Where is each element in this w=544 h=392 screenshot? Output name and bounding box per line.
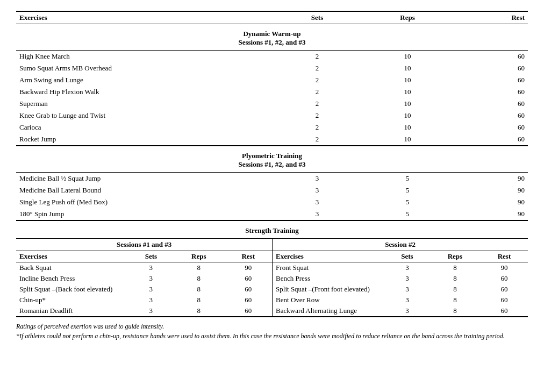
col-header: Exercises <box>16 251 128 262</box>
header-reps: Reps <box>347 11 468 24</box>
footnotes: Ratings of perceived exertion was used t… <box>16 322 528 341</box>
table-row: Incline Bench Press3860Bench Press3860 <box>16 273 528 284</box>
list-item: Knee Grab to Lunge and Twist 2 10 60 <box>16 110 528 122</box>
header-rest: Rest <box>468 11 528 24</box>
bottom-border-row <box>16 317 528 317</box>
col-header: Exercises <box>273 251 385 262</box>
list-item: Carioca 2 10 60 <box>16 122 528 133</box>
col-header: Rest <box>224 251 272 262</box>
table-row: Chin-up*3860Bent Over Row3860 <box>16 295 528 305</box>
col-header: Rest <box>481 251 528 262</box>
plyometric-sessions-row: Sessions #1, #2, and #3 <box>16 160 528 173</box>
list-item: Medicine Ball ½ Squat Jump 3 5 90 <box>16 173 528 184</box>
table-header: Exercises Sets Reps Rest <box>16 11 528 24</box>
header-exercises: Exercises <box>16 11 287 24</box>
col-header: Reps <box>173 251 224 262</box>
list-item: 180° Spin Jump 3 5 90 <box>16 208 528 220</box>
list-item: High Knee March 2 10 60 <box>16 51 528 62</box>
session13-label: Sessions #1 and #3 <box>16 239 273 251</box>
strength-section: Sessions #1 and #3Session #2ExercisesSet… <box>16 238 528 317</box>
table-row: Back Squat3890Front Squat3890 <box>16 262 528 274</box>
list-item: Backward Hip Flexion Walk 2 10 60 <box>16 86 528 98</box>
strength-sessions-header: Sessions #1 and #3Session #2 <box>16 239 528 251</box>
list-item: Arm Swing and Lunge 2 10 60 <box>16 74 528 86</box>
list-item: Superman 2 10 60 <box>16 98 528 110</box>
list-item: Sumo Squat Arms MB Overhead 2 10 60 <box>16 62 528 74</box>
list-item: Rocket Jump 2 10 60 <box>16 133 528 146</box>
plyometric-title-row: Plyometric Training <box>16 146 528 160</box>
table-row: Split Squat –(Back foot elevated)3860Spl… <box>16 284 528 295</box>
main-table: Exercises Sets Reps Rest Dynamic Warm-up… <box>16 11 528 238</box>
dynamic-warmup-sessions-row: Sessions #1, #2, and #3 <box>16 38 528 51</box>
col-header: Reps <box>430 251 481 262</box>
footnote-line1: Ratings of perceived exertion was used t… <box>16 322 528 331</box>
strength-outer-table: Sessions #1 and #3Session #2ExercisesSet… <box>16 238 528 317</box>
strength-title-row: Strength Training <box>16 220 528 238</box>
list-item: Single Leg Push off (Med Box) 3 5 90 <box>16 196 528 208</box>
list-item: Medicine Ball Lateral Bound 3 5 90 <box>16 184 528 196</box>
dynamic-warmup-title-row: Dynamic Warm-up <box>16 24 528 39</box>
col-header: Sets <box>385 251 430 262</box>
header-sets: Sets <box>287 11 347 24</box>
footnote-line2: *If athletes could not perform a chin-up… <box>16 331 528 341</box>
session2-label: Session #2 <box>273 239 528 251</box>
strength-col-headers: ExercisesSetsRepsRestExercisesSetsRepsRe… <box>16 251 528 262</box>
col-header: Sets <box>128 251 173 262</box>
table-row: Romanian Deadlift3860Backward Alternatin… <box>16 305 528 317</box>
